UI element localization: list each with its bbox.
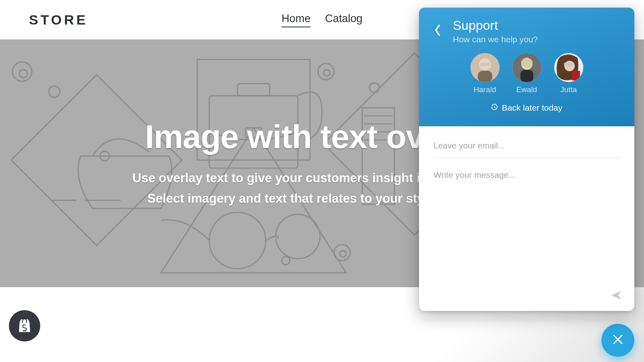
availability-label: Back later today xyxy=(502,103,563,113)
clock-back-icon xyxy=(491,103,498,113)
send-icon xyxy=(610,289,622,301)
message-input[interactable] xyxy=(433,158,620,300)
chat-body xyxy=(419,126,634,311)
chat-title: Support xyxy=(453,18,538,33)
avatar xyxy=(512,53,541,82)
close-icon xyxy=(613,334,623,346)
main-nav: Home Catalog xyxy=(281,12,362,27)
chat-header: Support How can we help you? Harald Ewal… xyxy=(419,8,634,126)
avatar xyxy=(471,53,500,82)
availability-text: Back later today xyxy=(434,103,619,113)
email-input[interactable] xyxy=(433,134,620,158)
agent-ewald: Ewald xyxy=(512,53,541,94)
nav-home[interactable]: Home xyxy=(281,12,310,27)
support-chat-widget: Support How can we help you? Harald Ewal… xyxy=(419,8,634,311)
nav-catalog[interactable]: Catalog xyxy=(325,12,362,27)
shopify-badge-button[interactable] xyxy=(9,310,40,341)
chat-back-button[interactable] xyxy=(434,25,441,36)
store-logo[interactable]: STORE xyxy=(29,12,88,28)
agent-name: Jutta xyxy=(560,85,577,94)
chevron-left-icon xyxy=(434,25,441,36)
chat-close-button[interactable] xyxy=(601,324,634,357)
agent-name: Ewald xyxy=(516,85,537,94)
svg-rect-30 xyxy=(564,63,573,66)
svg-rect-24 xyxy=(480,63,490,66)
shopify-bag-icon xyxy=(16,317,33,335)
svg-rect-23 xyxy=(478,71,492,82)
agent-name: Harald xyxy=(474,85,496,94)
svg-rect-31 xyxy=(572,71,580,80)
agent-jutta: Jutta xyxy=(554,53,583,94)
svg-rect-27 xyxy=(520,70,533,82)
avatar xyxy=(554,53,583,82)
chat-tagline: How can we help you? xyxy=(453,35,538,44)
agent-harald: Harald xyxy=(471,53,500,94)
send-button[interactable] xyxy=(610,289,622,301)
agent-list: Harald Ewald Jutta xyxy=(434,53,619,94)
